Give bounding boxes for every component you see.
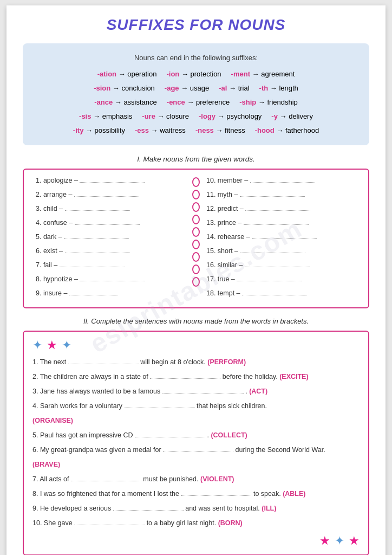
oval-4	[192, 215, 200, 224]
suffix-intro: Nouns can end in the following suffixes:	[34, 51, 358, 65]
ex2-item-6: 6. My great-grandpa was given a medal fo…	[32, 444, 360, 455]
oval-3	[192, 202, 200, 212]
ex2-item-6-keyword: (BRAVE)	[32, 459, 360, 470]
suffix-th: -th → length	[259, 81, 298, 95]
suffix-ure: -ure → closure	[142, 109, 189, 124]
star-icon-blue-2: ✦	[62, 338, 71, 352]
oval-5	[192, 227, 200, 237]
ex1-item-2: 2. arrange –	[36, 189, 186, 200]
suffix-row-1: -ation → operation -ion → protection -me…	[34, 67, 358, 81]
ex1-item-16: 16. similar –	[206, 260, 356, 270]
suffix-hood: -hood → fatherhood	[255, 124, 319, 138]
page-title: SUFFIXES FOR NOUNS	[23, 16, 369, 34]
exercise1-box: 1. apologize – 2. arrange – 3. child – 4…	[23, 169, 369, 308]
suffix-sion: -sion → conclusion	[94, 81, 155, 95]
ex1-item-15: 15. short –	[206, 246, 356, 256]
suffix-reference-box: Nouns can end in the following suffixes:…	[23, 43, 369, 145]
ex1-item-3: 3. child –	[36, 203, 186, 214]
ex2-item-3: 3. Jane has always wanted to be a famous…	[32, 386, 360, 397]
suffix-ence: -ence → preference	[167, 95, 230, 109]
suffix-ance: -ance → assistance	[94, 95, 157, 109]
suffix-y: -y → delivery	[271, 109, 313, 124]
ex1-item-11: 11. myth –	[206, 189, 356, 200]
suffix-ment: -ment → agreement	[231, 67, 295, 81]
ex2-item-7: 7. All acts of must be punished. (VIOLEN…	[32, 474, 360, 485]
oval-1	[192, 177, 200, 187]
ex2-item-8: 8. I was so frightened that for a moment…	[32, 488, 360, 499]
exercise1-columns: 1. apologize – 2. arrange – 3. child – 4…	[31, 175, 361, 302]
star-row-bottom: ★ ✦ ★	[32, 534, 360, 548]
ex1-item-5: 5. dark –	[36, 231, 186, 242]
star-icon-pink-1: ★	[47, 338, 57, 352]
section2-title: II. Complete the sentences with nouns ma…	[23, 317, 369, 325]
ex1-item-13: 13. prince –	[206, 217, 356, 228]
oval-8	[192, 264, 200, 274]
suffix-logy: -logy → psychology	[199, 109, 262, 124]
star-row-top: ✦ ★ ✦	[32, 338, 360, 352]
star-icon-blue-3: ✦	[335, 534, 344, 548]
star-icon-blue-1: ✦	[32, 338, 42, 352]
section1-title: I. Make nouns from the given words.	[23, 155, 369, 163]
ex2-item-2: 2. The children are always in a state of…	[32, 371, 360, 382]
ex2-item-9: 9. He developed a serious and was sent t…	[32, 503, 360, 514]
exercise1-left-col: 1. apologize – 2. arrange – 3. child – 4…	[31, 175, 190, 302]
suffix-age: -age → usage	[165, 81, 209, 95]
star-icon-pink-3: ★	[349, 534, 360, 548]
suffix-ness: -ness → fitness	[195, 124, 245, 138]
ex1-item-17: 17. true –	[206, 274, 356, 285]
exercise1-right-col: 10. member – 11. myth – 12. predict – 13…	[202, 175, 361, 302]
exercise2-box: ✦ ★ ✦ 1. The next will begin at 8 o'cloc…	[23, 331, 369, 555]
suffix-row-5: -ity → possibility -ess → waitress -ness…	[34, 124, 358, 138]
suffix-row-2: -sion → conclusion -age → usage -al → tr…	[34, 81, 358, 95]
ex2-item-5: 5. Paul has got an impressive CD . (COLL…	[32, 430, 360, 441]
ex2-item-1: 1. The next will begin at 8 o'clock. (PE…	[32, 357, 360, 367]
ex1-item-1: 1. apologize –	[36, 175, 186, 186]
suffix-ation: -ation → operation	[97, 67, 157, 81]
ex1-item-18: 18. tempt –	[206, 288, 356, 299]
ex2-item-4-keyword: (ORGANISE)	[32, 415, 360, 426]
exercise1-divider	[190, 175, 202, 302]
oval-2	[192, 190, 200, 199]
ex1-item-4: 4. confuse –	[36, 217, 186, 228]
suffix-ity: -ity → possibility	[73, 124, 125, 138]
oval-9	[192, 277, 200, 287]
ex1-item-8: 8. hypnotize –	[36, 274, 186, 285]
ex1-item-12: 12. predict –	[206, 203, 356, 214]
ex1-item-9: 9. insure –	[36, 288, 186, 299]
suffix-ess: -ess → waitress	[135, 124, 186, 138]
suffix-ion: -ion → protection	[166, 67, 221, 81]
ex1-item-14: 14. rehearse –	[206, 231, 356, 242]
suffix-ship: -ship → friendship	[239, 95, 298, 109]
ex2-item-4: 4. Sarah works for a voluntary that help…	[32, 401, 360, 411]
ex2-item-10: 10. She gave to a baby girl last night. …	[32, 518, 360, 528]
suffix-row-4: -sis → emphasis -ure → closure -logy → p…	[34, 109, 358, 124]
ex1-item-6: 6. exist –	[36, 246, 186, 256]
suffix-al: -al → trial	[219, 81, 249, 95]
ex1-item-7: 7. fail –	[36, 260, 186, 270]
oval-7	[192, 252, 200, 262]
suffix-sis: -sis → emphasis	[79, 109, 132, 124]
suffix-row-3: -ance → assistance -ence → preference -s…	[34, 95, 358, 109]
oval-6	[192, 240, 200, 249]
star-icon-pink-2: ★	[319, 534, 330, 548]
ex1-item-10: 10. member –	[206, 175, 356, 186]
page: eslprintables.com SUFFIXES FOR NOUNS Nou…	[6, 5, 386, 555]
